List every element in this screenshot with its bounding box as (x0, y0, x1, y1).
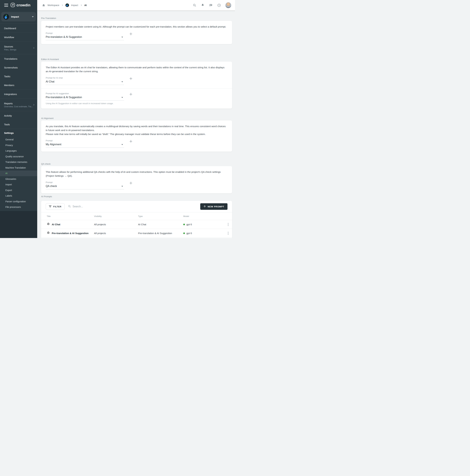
sidebar-footer (0, 211, 37, 238)
sidebar-item-label: Tools (4, 123, 10, 126)
qa-check-prompt-group: Prompt QA check (46, 181, 124, 189)
sidebar-item-export[interactable]: Export (0, 187, 37, 193)
sidebar-item-sublabel: Overview, Cost estimate, Transl… (4, 105, 34, 108)
pre-translation-card: Project members can pre-translate conten… (41, 21, 232, 44)
sidebar-item-label: Languages (5, 150, 17, 152)
prompt-label: Prompt (46, 181, 124, 184)
sidebar-item-translation-memories[interactable]: Translation memories (0, 159, 37, 165)
home-icon[interactable] (42, 3, 46, 7)
add-prompt-button[interactable] (129, 92, 133, 97)
table-header: Title Visibility Type Model (41, 212, 232, 220)
messages-icon[interactable] (209, 3, 213, 7)
search-icon[interactable] (193, 3, 197, 7)
sidebar-item-parser-configuration[interactable]: Parser configuration (0, 199, 37, 204)
breadcrumb-project[interactable]: Impact (71, 4, 78, 6)
help-icon[interactable]: ? (217, 3, 221, 7)
model-status-dot (183, 233, 185, 234)
prompt-for-ai-suggestion-label: Prompt for AI suggestion (46, 92, 124, 95)
sidebar-item-members[interactable]: Members (0, 81, 37, 89)
chevron-right-icon (80, 4, 82, 6)
sidebar-item-sources[interactable]: Sources Files, Strings (0, 42, 37, 54)
add-prompt-button[interactable] (129, 32, 133, 36)
sidebar-item-activity[interactable]: Activity (0, 111, 37, 120)
filter-button-label: FILTER (53, 205, 62, 208)
sidebar-settings-header: Settings (0, 129, 37, 137)
select-value: Pre-translation & AI Suggestion (46, 96, 82, 99)
prompt-visibility: All projects (94, 232, 138, 235)
new-prompt-button[interactable]: NEW PROMPT (200, 203, 228, 210)
breadcrumb-workspace[interactable]: Workspace (48, 4, 59, 6)
sidebar-item-workflow[interactable]: Workflow (0, 33, 37, 42)
sidebar-item-tasks[interactable]: Tasks (0, 72, 37, 81)
pre-translation-prompt-select[interactable]: Pre-translation & AI Suggestion (46, 35, 124, 40)
sidebar-item-machine-translation[interactable]: Machine Translation (0, 165, 37, 171)
sidebar-item-label: Dashboard (4, 27, 16, 30)
prompt-title: AI Chat (52, 223, 60, 226)
chevron-down-icon (32, 16, 34, 17)
chevron-right-icon (61, 4, 63, 6)
table-row[interactable]: AI Chat All projects AI Chat gpt-5 (41, 220, 232, 229)
crowdin-logo-icon (11, 3, 15, 8)
add-prompt-button[interactable] (129, 181, 133, 185)
section-label-qa-check: QA check (41, 163, 51, 165)
hamburger-menu-icon[interactable] (4, 4, 8, 7)
notifications-bell-icon[interactable] (201, 3, 205, 7)
ai-chat-prompt-select[interactable]: AI Chat (46, 80, 124, 85)
select-value: Pre-translation & AI Suggestion (46, 35, 82, 38)
table-row[interactable]: Pre-translation & AI Suggestion All proj… (41, 229, 232, 238)
chevron-right-icon (33, 47, 35, 49)
sidebar-item-import[interactable]: Import (0, 182, 37, 187)
sidebar-item-translations[interactable]: Translations (0, 54, 37, 63)
qa-check-prompt-select[interactable]: QA check (46, 185, 124, 189)
chevron-down-icon (121, 81, 123, 82)
qa-check-card: This feature allows for performing addit… (41, 166, 232, 193)
sidebar-item-file-processors[interactable]: File processors (0, 204, 37, 210)
sidebar-item-label: Import (5, 183, 12, 186)
pre-translation-description: Project members can pre-translate conten… (46, 25, 228, 29)
topbar-main: Workspace Impact AI (37, 0, 235, 10)
column-header-model: Model (183, 215, 223, 218)
topbar-icons: ? (193, 2, 231, 8)
sidebar-item-dashboard[interactable]: Dashboard (0, 24, 37, 33)
row-menu-kebab-icon[interactable] (227, 231, 229, 235)
prompt-label: Prompt (46, 139, 124, 142)
divider (41, 88, 232, 89)
filter-button[interactable]: FILTER (46, 203, 65, 210)
sidebar-item-label: Screenshots (4, 66, 18, 69)
sidebar-item-integrations[interactable]: Integrations (0, 90, 37, 99)
main-content: Pre-Translation Project members can pre-… (37, 10, 235, 238)
sidebar-item-general[interactable]: General (0, 137, 37, 142)
prompt-model: gpt-5 (186, 232, 192, 235)
crowdin-logo[interactable]: crowdin (11, 3, 31, 8)
sidebar-item-label: Reports (4, 102, 13, 105)
ai-alignment-description-line2: Please note that new terms will initiall… (46, 132, 228, 136)
sidebar-item-screenshots[interactable]: Screenshots (0, 63, 37, 72)
sidebar-item-glossaries[interactable]: Glossaries (0, 176, 37, 182)
ai-suggestion-prompt-select[interactable]: Pre-translation & AI Suggestion (46, 96, 124, 101)
plus-icon (203, 205, 206, 208)
sidebar-item-labels[interactable]: Labels (0, 193, 37, 199)
add-prompt-button[interactable] (129, 139, 133, 144)
project-selector-label: Impact (11, 15, 30, 18)
select-value: My Alignment (46, 143, 61, 146)
select-value: AI Chat (46, 80, 54, 83)
row-menu-kebab-icon[interactable] (227, 222, 229, 227)
pre-translation-prompt-group: Prompt Pre-translation & AI Suggestion (46, 32, 124, 40)
sidebar-item-ai[interactable]: AI (0, 170, 37, 176)
qa-check-description: This feature allows for performing addit… (46, 170, 228, 178)
sidebar-item-privacy[interactable]: Privacy (0, 142, 37, 148)
sidebar-item-reports[interactable]: Reports Overview, Cost estimate, Transl… (0, 99, 37, 111)
sidebar-item-tools[interactable]: Tools (0, 120, 37, 129)
user-avatar[interactable] (225, 2, 231, 8)
search-input[interactable] (73, 205, 122, 208)
add-prompt-button[interactable] (129, 76, 133, 81)
prompt-for-ai-chat-label: Prompt for AI chat (46, 77, 124, 79)
svg-text:?: ? (218, 4, 219, 6)
model-status-dot (183, 224, 185, 225)
prompt-title: Pre-translation & AI Suggestion (52, 232, 89, 235)
sidebar-item-quality-assurance[interactable]: Quality assurance (0, 154, 37, 159)
alignment-prompt-select[interactable]: My Alignment (46, 143, 124, 148)
project-selector[interactable]: Impact (1, 12, 36, 21)
sidebar-item-languages[interactable]: Languages (0, 148, 37, 154)
ai-alignment-description-line1: As you translate, this AI feature automa… (46, 124, 228, 132)
